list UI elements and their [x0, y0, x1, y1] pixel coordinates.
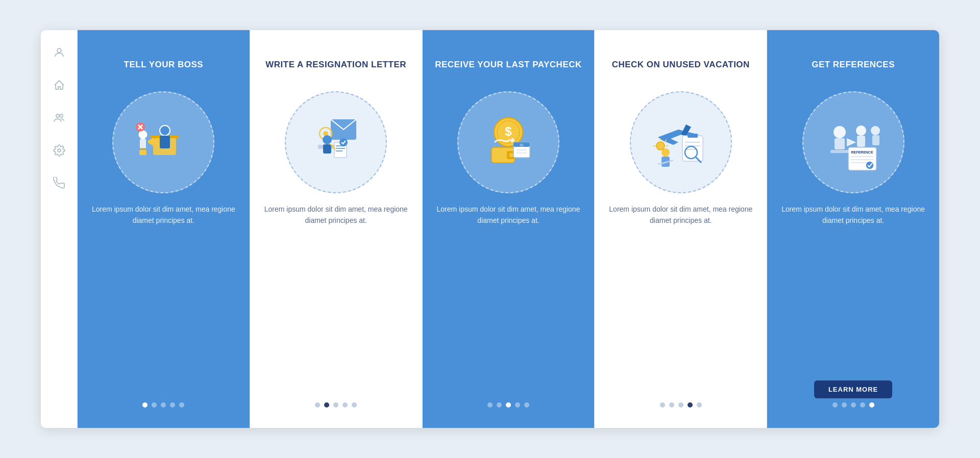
dot-2-4: [342, 402, 348, 408]
svg-text:REFERENCE: REFERENCE: [851, 150, 873, 154]
learn-more-button[interactable]: LEARN MORE: [814, 380, 892, 398]
dot-4-2: [669, 402, 674, 408]
svg-point-1: [56, 114, 59, 117]
svg-point-8: [139, 131, 147, 139]
card-3-title: RECEIVE YOUR LAST PAYCHECK: [435, 48, 582, 81]
svg-point-65: [871, 126, 880, 135]
card-1-arrow: »: [253, 222, 259, 236]
svg-rect-38: [688, 134, 698, 138]
card-3-arrow: »: [597, 222, 603, 236]
dot-2-2: [324, 402, 329, 408]
settings-icon[interactable]: [51, 142, 67, 159]
svg-point-63: [866, 161, 874, 169]
dot-2-3: [333, 402, 338, 408]
card-2-arrow: »: [425, 222, 431, 236]
dot-1-3: [161, 402, 166, 408]
svg-point-55: [856, 125, 866, 136]
card-4-description: Lorem ipsum dolor sit dim amet, mea regi…: [607, 203, 754, 392]
dot-2-5: [352, 402, 357, 408]
card-4-title: CHECK ON UNUSED VACATION: [612, 48, 750, 81]
card-resignation-letter: WRITE A RESIGNATION LETTER: [250, 30, 423, 428]
card-get-references: GET REFERENCES REFERENCE: [767, 30, 939, 428]
svg-point-6: [160, 125, 170, 136]
card-1-dots: [142, 402, 184, 408]
dot-3-3: [506, 402, 511, 408]
card-4-illustration: [630, 91, 732, 193]
main-container: TELL YOUR BOSS: [41, 30, 939, 428]
svg-rect-56: [857, 136, 865, 147]
dot-5-2: [842, 402, 847, 408]
svg-text:31: 31: [520, 143, 524, 147]
svg-point-53: [834, 126, 846, 138]
card-2-illustration: [285, 91, 387, 193]
card-5-dots: [832, 402, 874, 408]
card-unused-vacation: CHECK ON UNUSED VACATION: [595, 30, 767, 428]
svg-point-18: [323, 135, 332, 144]
card-5-title: GET REFERENCES: [812, 48, 895, 81]
svg-rect-54: [835, 138, 845, 149]
dot-3-2: [497, 402, 502, 408]
home-icon[interactable]: [51, 77, 67, 93]
svg-point-2: [60, 114, 63, 117]
dot-3-5: [524, 402, 529, 408]
svg-point-0: [57, 48, 61, 53]
card-1-illustration: [112, 91, 214, 193]
svg-point-46: [656, 142, 665, 150]
card-4-arrow: »: [770, 222, 776, 236]
card-2-dots: [315, 402, 357, 408]
dot-4-3: [678, 402, 683, 408]
svg-rect-66: [872, 135, 879, 145]
card-1-title: TELL YOUR BOSS: [124, 48, 204, 81]
card-4-dots: [660, 402, 702, 408]
card-last-paycheck: RECEIVE YOUR LAST PAYCHECK $ 31: [423, 30, 595, 428]
dot-5-4: [860, 402, 865, 408]
dot-5-3: [851, 402, 856, 408]
card-3-description: Lorem ipsum dolor sit dim amet, mea regi…: [435, 203, 582, 392]
people-icon[interactable]: [51, 110, 67, 126]
dot-4-1: [660, 402, 665, 408]
svg-rect-64: [830, 150, 848, 153]
svg-rect-37: [682, 136, 703, 161]
dot-1-1: [142, 402, 148, 408]
dot-5-1: [832, 402, 838, 408]
dot-1-2: [152, 402, 157, 408]
dot-1-5: [179, 402, 184, 408]
card-2-description: Lorem ipsum dolor sit dim amet, mea regi…: [262, 203, 410, 392]
sidebar: [41, 30, 78, 428]
card-5-description: Lorem ipsum dolor sit dim amet, mea regi…: [779, 203, 927, 370]
card-3-dots: [487, 402, 529, 408]
dot-4-4: [688, 402, 693, 408]
card-tell-boss: TELL YOUR BOSS: [78, 30, 250, 428]
dot-2-1: [315, 402, 320, 408]
dot-1-4: [170, 402, 175, 408]
card-3-illustration: $ 31: [457, 91, 559, 193]
dot-5-5: [869, 402, 874, 408]
phone-icon[interactable]: [51, 175, 67, 191]
svg-point-31: [509, 153, 513, 157]
svg-point-25: [339, 138, 348, 146]
card-5-illustration: REFERENCE: [802, 91, 904, 193]
svg-rect-9: [140, 139, 146, 149]
dot-3-1: [487, 402, 493, 408]
card-2-title: WRITE A RESIGNATION LETTER: [265, 48, 406, 81]
svg-point-3: [58, 149, 61, 152]
dot-3-4: [515, 402, 520, 408]
card-1-description: Lorem ipsum dolor sit dim amet, mea regi…: [90, 203, 237, 392]
svg-rect-7: [160, 136, 170, 148]
svg-rect-13: [139, 150, 146, 155]
user-icon[interactable]: [51, 44, 67, 61]
cards-container: TELL YOUR BOSS: [78, 30, 939, 428]
svg-text:$: $: [505, 124, 512, 138]
svg-rect-19: [323, 144, 331, 154]
dot-4-5: [697, 402, 702, 408]
